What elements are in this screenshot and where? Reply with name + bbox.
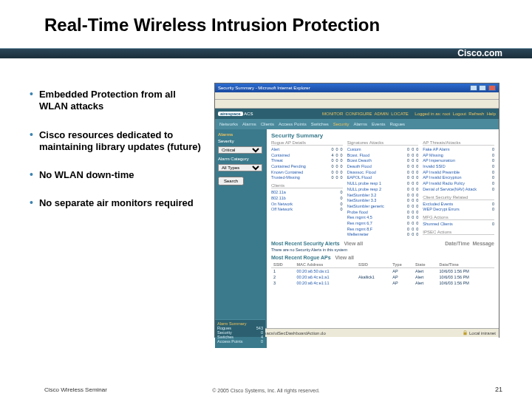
embedded-screenshot: Security Summary - Microsoft Internet Ex… — [214, 83, 499, 338]
severity-label: Severity — [218, 139, 264, 143]
severity-select[interactable]: Critical — [218, 146, 262, 154]
subnav-item[interactable]: Events — [372, 122, 385, 126]
stat-line: 802.11a0 — [271, 190, 343, 196]
refresh-link[interactable]: Refresh — [468, 112, 484, 116]
box-header: Signatures Attacks — [347, 140, 419, 146]
stat-line: Res mgmt 8,F0 0 0 — [347, 227, 419, 233]
logout-link[interactable]: Logout — [453, 112, 466, 116]
bullet-text: Cisco resources dedicated to maintaining… — [39, 129, 207, 154]
stat-line: Disassoc. Flood0 0 0 — [347, 170, 419, 176]
stat-line: EAPOL Flood0 0 0 — [347, 175, 419, 181]
nav-admin[interactable]: ADMIN — [375, 112, 389, 116]
table-row[interactable]: 200:20:a6:4c:e1:a1Akallick1APAlert10/6/0… — [271, 274, 494, 280]
alerts-header: Most Recent Security Alerts — [271, 241, 340, 246]
bullet-text: No separate air monitors required — [39, 197, 194, 209]
browser-toolbar[interactable] — [215, 100, 499, 109]
subnav-item[interactable]: Alarms — [242, 122, 256, 126]
mfg-header: MFG Actions — [423, 215, 494, 220]
alarm-summary-box: Alarm Summary Rogues543Security0Switches… — [215, 319, 265, 337]
search-button[interactable]: Search — [218, 177, 244, 185]
no-alerts-note: There are no Security Alerts in this sys… — [271, 248, 494, 252]
stat-line: Known Contained0 0 0 — [271, 170, 343, 176]
th: MAC Address — [294, 262, 356, 268]
stat-line: Alert0 0 0 — [271, 147, 343, 153]
bullet-dot: • — [30, 89, 33, 113]
stat-line: On Network0 — [271, 202, 343, 208]
rogue-table: SSID MAC Address SSID Type State Date/Ti… — [271, 262, 494, 286]
subnav-item[interactable]: Rogues — [389, 122, 405, 126]
stat-line: Custom0 0 0 — [347, 147, 419, 153]
th: Type — [390, 262, 413, 268]
browser-menubar[interactable] — [215, 92, 499, 100]
stat-line: Deauth Flood0 0 0 — [347, 164, 419, 170]
status-zone: Local intranet — [463, 330, 496, 335]
stat-line: Probe flood0 0 0 — [347, 210, 419, 216]
stat-line: Denial of Service(NAV) Attack0 — [423, 187, 494, 193]
help-link[interactable]: Help — [487, 112, 496, 116]
alerts-filter[interactable]: View all — [344, 241, 364, 246]
bullet-text: No WLAN down-time — [39, 169, 134, 181]
maximize-icon[interactable] — [479, 85, 486, 91]
stat-line: Contained4 0 0 — [271, 153, 343, 159]
sidebar-header: Alarms — [218, 132, 264, 137]
stat-line: AP Impersonation0 — [423, 158, 494, 164]
page-title: Security Summary — [271, 132, 494, 139]
slide-title: Real-Time Wireless Intrusion Protection — [0, 0, 532, 35]
stat-line: Off Network0 — [271, 207, 343, 213]
window-controls[interactable] — [469, 85, 496, 92]
stat-line: WEP Decrypt Errors0 — [423, 207, 494, 213]
category-label: Alarm Category — [218, 157, 264, 161]
stat-line: AP Invalid Radio Policy0 — [423, 181, 494, 187]
main-panel: Security Summary Rogue AP Details Alert0… — [267, 129, 499, 348]
bullet-list: •Embedded Protection from all WLAN attac… — [30, 89, 207, 226]
login-status: Logged in as: root — [415, 112, 450, 116]
window-titlebar[interactable]: Security Summary - Microsoft Internet Ex… — [215, 83, 499, 92]
box-header: Rogue AP Details — [271, 140, 343, 146]
app-header: airespace ACS MONITOR CONFIGURE ADMIN LO… — [215, 109, 499, 129]
rogues-header: Most Recent Rogue APs — [271, 255, 331, 260]
table-row[interactable]: 300:20:a6:4c:e1:11APAlert10/6/03 1:56 PM — [271, 280, 494, 286]
subnav-item[interactable]: Alarms — [353, 122, 367, 126]
stat-line: Wellenreiter0 0 0 — [347, 232, 419, 238]
svg-rect-0 — [463, 332, 466, 335]
table-row[interactable]: 100:20:a6:50:da:c1APAlert10/6/03 1:56 PM — [271, 268, 494, 275]
view-all-link[interactable]: View all — [335, 255, 354, 260]
nav-configure[interactable]: CONFIGURE — [346, 112, 372, 116]
stat-line: AP Invalid Preamble0 — [423, 170, 494, 176]
nav-locate[interactable]: LOCATE — [391, 112, 409, 116]
nav-monitor[interactable]: MONITOR — [322, 112, 343, 116]
header-divider — [0, 48, 532, 58]
sidebar: Alarms Severity Critical Alarm Category … — [215, 129, 267, 348]
client-sec-header: Client Security Related — [423, 195, 494, 200]
footer-page-number: 21 — [495, 386, 502, 393]
bullet-dot: • — [30, 197, 33, 209]
minimize-icon[interactable] — [470, 85, 477, 91]
stat-line: NULL probe resp 20 0 0 — [347, 187, 419, 193]
stat-line: Bcast. Flood0 0 0 — [347, 153, 419, 159]
bullet-text: Embedded Protection from all WLAN attack… — [39, 89, 207, 113]
subnav-item[interactable]: Clients — [261, 122, 274, 126]
lock-icon — [463, 330, 468, 335]
stat-line: AP Missing0 — [423, 153, 494, 159]
stat-line: Shunned Clients0 — [423, 222, 494, 228]
bullet-dot: • — [30, 129, 33, 154]
box-header: AP Threats/Attacks — [423, 140, 494, 146]
stat-line: NetStumbler 3.20 0 0 — [347, 193, 419, 199]
subnav-item[interactable]: Access Points — [279, 122, 307, 126]
stat-line: Trusted-Missing0 0 0 — [271, 175, 343, 181]
bullet-dot: • — [30, 169, 33, 181]
stat-line: Invalid SSID0 — [423, 164, 494, 170]
stat-line: Threat0 0 0 — [271, 158, 343, 164]
stat-line: Res mgmt 6,70 0 0 — [347, 221, 419, 227]
alarm-row[interactable]: Access Points0 — [217, 339, 263, 344]
rogue-ap-box: Rogue AP Details Alert0 0 0Contained4 0 … — [271, 140, 343, 238]
subnav-item[interactable]: Switches — [311, 122, 329, 126]
category-select[interactable]: All Types — [218, 164, 262, 171]
close-icon[interactable] — [488, 85, 496, 91]
ipsec-header: IPSEC Actions — [423, 230, 494, 235]
subnav-item[interactable]: Security — [333, 122, 349, 126]
th: SSID — [356, 262, 390, 268]
subnav-item[interactable]: Networks — [219, 122, 238, 126]
stat-line: Excluded Events0 — [423, 202, 494, 208]
window-title: Security Summary - Microsoft Internet Ex… — [218, 86, 310, 90]
